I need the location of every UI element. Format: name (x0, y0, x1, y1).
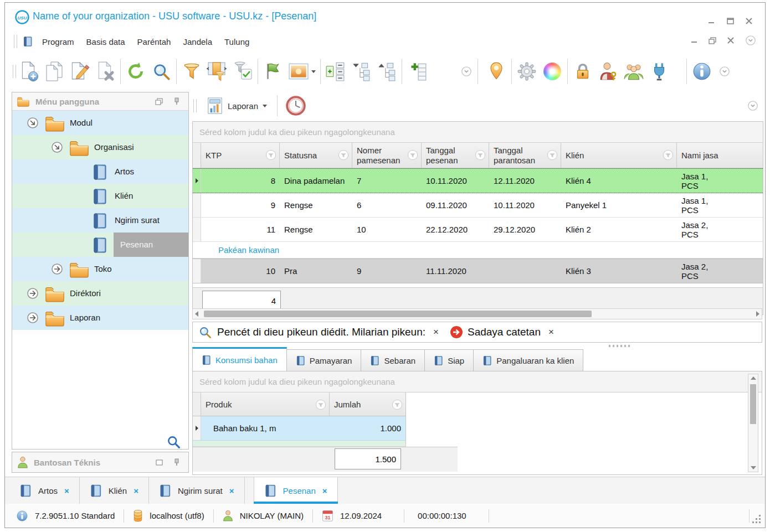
color-wheel-button[interactable] (540, 57, 565, 86)
close-tab-icon[interactable]: × (134, 486, 138, 495)
group-by-bar[interactable]: Séred kolom judul ka dieu pikeun ngagolo… (193, 122, 763, 143)
menu-jandela[interactable]: Jandela (177, 34, 218, 50)
plug-button[interactable] (646, 57, 672, 86)
column-header-nomer-pamesenan[interactable]: Nomer pamesenan (352, 143, 422, 168)
tab-siap[interactable]: Siap (425, 349, 474, 371)
copy-record-button[interactable] (42, 57, 67, 86)
doc-tab-klien[interactable]: Klién × (80, 477, 149, 504)
column-header-ktp[interactable]: KTP (201, 143, 280, 168)
column-header-tanggal-parantosan[interactable]: Tanggal parantosan (489, 143, 561, 168)
filter-funnel-icon[interactable] (663, 149, 674, 161)
laporan-dropdown-button[interactable]: Laporan (202, 95, 271, 117)
image-button[interactable] (286, 57, 318, 86)
menu-overflow-chevron-icon[interactable] (745, 35, 756, 46)
filter-funnel-icon[interactable] (392, 399, 403, 410)
refresh-button[interactable] (123, 57, 148, 86)
maximize-button[interactable] (724, 16, 736, 26)
filter-funnel-icon[interactable] (338, 149, 349, 161)
mdi-close-button[interactable] (727, 37, 734, 44)
collapsed-arrow-icon[interactable] (27, 312, 39, 324)
tab-konsumsi-bahan[interactable]: Konsumsi bahan (192, 347, 287, 371)
expanded-arrow-icon[interactable] (27, 117, 39, 129)
horizontal-scrollbar[interactable] (192, 308, 762, 319)
delete-record-button[interactable] (93, 57, 118, 86)
tree-item-direktori[interactable]: Diréktori (12, 281, 188, 306)
users-group-button[interactable] (621, 57, 646, 86)
scroll-up-icon[interactable] (751, 376, 756, 380)
menu-program[interactable]: Program (36, 34, 80, 50)
close-button[interactable] (743, 16, 755, 26)
new-record-button[interactable] (16, 57, 42, 86)
tree-item-artos[interactable]: Artos (12, 159, 188, 184)
filter-clear-button[interactable]: × (433, 327, 439, 338)
close-tab-icon[interactable]: × (322, 486, 327, 495)
content-overflow-chevron-icon[interactable] (747, 100, 758, 111)
tree-item-ngirim-surat[interactable]: Ngirim surat (12, 208, 188, 233)
time-report-button[interactable] (285, 95, 306, 116)
doc-tab-pesenan[interactable]: Pesenan × (254, 477, 338, 504)
support-restore-button[interactable] (153, 457, 165, 467)
expand-tree-button[interactable] (374, 57, 399, 86)
tab-pangaluaran-ka-klien[interactable]: Pangaluaran ka klien (474, 349, 583, 371)
sidebar-restore-button[interactable] (153, 96, 165, 106)
collapse-tree-button[interactable] (348, 57, 374, 86)
resize-grip[interactable] (759, 521, 761, 523)
expanded-arrow-icon[interactable] (51, 141, 63, 153)
grid-row-selected[interactable]: 8 Dina padamelan 7 10.11.2020 12.11.2020… (193, 168, 763, 193)
toolbar-overflow-chevron-2-icon[interactable] (719, 66, 730, 77)
column-header-statusna[interactable]: Statusna (280, 143, 352, 168)
tree-item-laporan[interactable]: Laporan (12, 306, 188, 330)
column-header-nami-jasa[interactable]: Nami jasa (677, 143, 763, 168)
filter-funnel-icon[interactable] (265, 149, 276, 161)
close-tab-icon[interactable]: × (229, 486, 234, 495)
tree-search-icon[interactable] (166, 435, 181, 449)
flag-button[interactable] (260, 57, 286, 86)
scroll-down-icon[interactable] (751, 466, 756, 469)
filter-edit-hint[interactable]: Pencét di dieu pikeun diédit. Milarian p… (217, 326, 425, 338)
tab-sebaran[interactable]: Sebaran (361, 349, 425, 371)
search-button[interactable] (148, 57, 174, 86)
grid-row[interactable]: 11 Rengse 10 22.12.2020 29.12.2020 Klién… (193, 218, 763, 242)
scroll-right-icon[interactable] (756, 311, 759, 317)
toolbar-overflow-chevron-icon[interactable] (461, 66, 472, 77)
scope-clear-button[interactable]: × (548, 327, 554, 338)
column-header-tanggal-pesenan[interactable]: Tanggal pesenan (422, 143, 489, 168)
column-header-klien[interactable]: Klién (561, 143, 677, 168)
settings-gear-button[interactable] (514, 57, 540, 86)
tree-item-toko[interactable]: Toko (12, 257, 188, 281)
support-panel-header[interactable]: Bantosan Téknis (12, 452, 189, 473)
pakean-kawinan-link[interactable]: Pakéan kawinan (218, 245, 279, 255)
map-pin-button[interactable] (484, 57, 509, 86)
grid-row-inactive[interactable]: 10 Pra 9 11.11.2020 Klién 3 Jasa 2, PCS (193, 259, 763, 283)
info-button[interactable] (689, 57, 715, 86)
filter-apply-button[interactable] (230, 57, 255, 86)
edit-record-button[interactable] (67, 57, 93, 86)
column-header-produk[interactable]: Produk (201, 392, 330, 416)
menu-tulung[interactable]: Tulung (218, 34, 255, 50)
menu-parentah[interactable]: Paréntah (131, 34, 177, 50)
splitter-handle[interactable] (609, 345, 631, 347)
column-header-jumlah[interactable]: Jumlah (330, 392, 405, 416)
expand-rows-button[interactable] (323, 57, 348, 86)
sidebar-pin-button[interactable] (171, 96, 183, 106)
vertical-scrollbar[interactable] (748, 374, 758, 472)
scrollbar-thumb[interactable] (204, 311, 592, 317)
tab-pamayaran[interactable]: Pamayaran (287, 349, 362, 371)
mdi-restore-button[interactable] (709, 37, 716, 44)
grid-link-row[interactable]: Pakéan kawinan (193, 242, 763, 259)
tree-item-organisasi[interactable]: Organisasi (12, 135, 188, 159)
scroll-left-icon[interactable] (195, 311, 198, 317)
doc-tab-artos[interactable]: Artos × (9, 477, 80, 504)
support-pin-button[interactable] (171, 457, 183, 467)
scrollbar-thumb[interactable] (750, 384, 756, 424)
filter-scope-label[interactable]: Sadaya catetan (468, 326, 541, 338)
detail-row-selected[interactable]: Bahan baku 1, m 1.000 (193, 416, 406, 441)
close-tab-icon[interactable]: × (64, 486, 69, 495)
lock-button[interactable] (570, 57, 596, 86)
user-key-button[interactable] (596, 57, 621, 86)
detail-new-row-strip[interactable] (193, 441, 406, 447)
collapsed-arrow-icon[interactable] (27, 287, 39, 299)
tree-item-klien[interactable]: Klién (12, 184, 188, 208)
tree-item-pesenan-selected[interactable]: Pesenan (12, 233, 188, 257)
grid-row[interactable]: 9 Rengse 6 09.11.2020 10.11.2020 Panyeke… (193, 193, 763, 218)
